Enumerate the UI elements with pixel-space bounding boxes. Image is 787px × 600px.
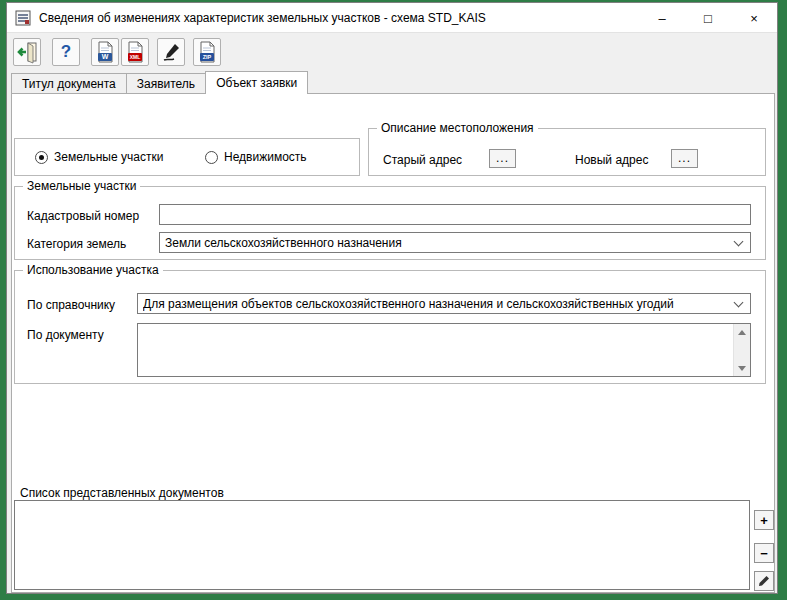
documents-list-label: Список представленных документов — [20, 486, 224, 500]
add-document-button[interactable]: + — [754, 510, 774, 530]
new-address-label: Новый адрес — [575, 153, 648, 167]
radio-unselected-icon — [205, 151, 218, 164]
cadastral-number-label: Кадастровый номер — [27, 209, 139, 223]
export-word-button[interactable]: W — [91, 38, 119, 66]
old-address-label: Старый адрес — [383, 153, 462, 167]
maximize-button[interactable]: □ — [685, 3, 731, 33]
land-category-label: Категория земель — [27, 237, 126, 251]
desktop-background: Сведения об изменениях характеристик зем… — [0, 0, 787, 600]
window-title: Сведения об изменениях характеристик зем… — [39, 11, 486, 25]
radio-real-estate[interactable]: Недвижимость — [205, 139, 307, 175]
tab-obekt-zayavki[interactable]: Объект заявки — [205, 71, 308, 94]
location-groupbox: Описание местоположения Старый адрес ...… — [368, 128, 766, 176]
minimize-button[interactable]: – — [639, 3, 685, 33]
scroll-up-arrow-icon[interactable] — [734, 324, 750, 340]
location-group-title: Описание местоположения — [377, 121, 538, 135]
remove-document-button[interactable]: − — [754, 543, 774, 563]
app-icon — [15, 10, 31, 26]
edit-document-button[interactable] — [754, 571, 774, 591]
land-category-combobox[interactable]: Земли сельскохозяйственного назначения — [159, 232, 751, 253]
by-document-textarea[interactable] — [137, 323, 751, 377]
chevron-down-icon — [734, 237, 744, 247]
pencil-icon — [758, 575, 770, 587]
radio-realty-label: Недвижимость — [224, 150, 307, 164]
scroll-down-arrow-icon[interactable] — [734, 360, 750, 376]
tab-page-object-zayavki: Земельные участки Недвижимость Описание … — [11, 93, 775, 593]
title-bar: Сведения об изменениях характеристик зем… — [7, 3, 777, 33]
svg-text:ZIP: ZIP — [203, 54, 212, 60]
land-category-value: Земли сельскохозяйственного назначения — [165, 236, 402, 250]
zip-document-icon: ZIP — [196, 41, 218, 63]
help-icon: ? — [61, 42, 71, 62]
by-reference-value: Для размещения объектов сельскохозяйстве… — [143, 297, 674, 311]
close-button[interactable]: × — [731, 3, 777, 33]
cadastral-number-input[interactable] — [159, 204, 751, 225]
xml-document-icon: XML — [124, 41, 146, 63]
dialog-window: Сведения об изменениях характеристик зем… — [6, 2, 778, 594]
usage-group-title: Использование участка — [23, 263, 163, 277]
land-group-title: Земельные участки — [23, 179, 140, 193]
radio-land-plots[interactable]: Земельные участки — [35, 139, 163, 175]
by-reference-label: По справочнику — [27, 298, 115, 312]
radio-land-label: Земельные участки — [54, 150, 163, 164]
minus-icon: − — [760, 546, 768, 561]
export-zip-button[interactable]: ZIP — [193, 38, 221, 66]
svg-text:XML: XML — [130, 54, 141, 60]
by-reference-combobox[interactable]: Для размещения объектов сельскохозяйстве… — [137, 293, 751, 314]
window-controls: – □ × — [639, 3, 777, 33]
tab-zayavitel[interactable]: Заявитель — [126, 73, 206, 93]
old-address-browse-button[interactable]: ... — [489, 149, 516, 168]
word-document-icon: W — [94, 41, 116, 63]
tab-titul-dokumenta[interactable]: Титул документа — [11, 73, 127, 93]
chevron-down-icon — [734, 298, 744, 308]
plus-icon: + — [760, 513, 768, 528]
exit-door-icon — [15, 40, 39, 64]
exit-button[interactable] — [13, 38, 41, 66]
usage-groupbox: Использование участка По справочнику Для… — [14, 270, 766, 384]
by-document-label: По документу — [27, 328, 104, 342]
textarea-scrollbar[interactable] — [733, 324, 750, 376]
land-plots-groupbox: Земельные участки Кадастровый номер Кате… — [14, 186, 766, 260]
object-type-groupbox: Земельные участки Недвижимость — [14, 138, 360, 176]
svg-text:W: W — [102, 53, 109, 60]
help-button[interactable]: ? — [52, 38, 80, 66]
toolbar: ? W — [7, 33, 777, 71]
new-address-browse-button[interactable]: ... — [671, 149, 698, 168]
sign-button[interactable] — [157, 38, 185, 66]
documents-listbox[interactable] — [14, 500, 750, 590]
tab-bar: Титул документа Заявитель Объект заявки — [11, 71, 307, 93]
signature-pen-icon — [161, 42, 181, 62]
radio-selected-icon — [35, 151, 48, 164]
export-xml-button[interactable]: XML — [121, 38, 149, 66]
